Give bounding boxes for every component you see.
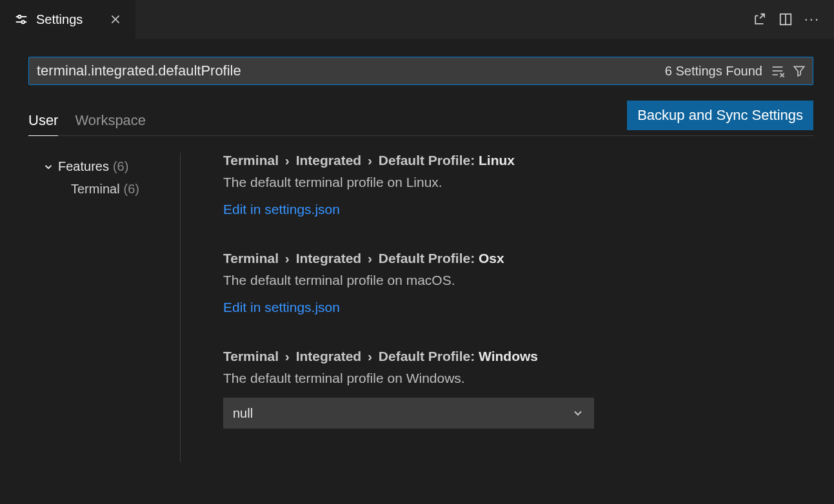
svg-point-2 bbox=[18, 15, 21, 18]
settings-list[interactable]: Terminal › Integrated › Default Profile:… bbox=[181, 153, 813, 462]
settings-gear-icon bbox=[14, 12, 28, 26]
tree-item-count: (6) bbox=[113, 159, 128, 174]
settings-content: Features (6) Terminal (6) Terminal › Int… bbox=[28, 153, 813, 462]
settings-scope-tabs: User Workspace bbox=[28, 112, 146, 135]
scope-tab-workspace[interactable]: Workspace bbox=[75, 112, 146, 135]
chevron-down-icon bbox=[571, 407, 584, 420]
edit-in-settings-json-link[interactable]: Edit in settings.json bbox=[223, 300, 340, 315]
tree-item-count: (6) bbox=[124, 182, 139, 197]
settings-results-count: 6 Settings Found bbox=[665, 64, 762, 79]
settings-search-input[interactable] bbox=[34, 63, 659, 79]
chevron-down-icon bbox=[43, 161, 54, 173]
tree-item-terminal[interactable]: Terminal (6) bbox=[43, 178, 180, 200]
settings-body: 6 Settings Found User Workspace Backup a… bbox=[0, 39, 834, 462]
tabbar-actions: ··· bbox=[753, 0, 834, 39]
settings-scope-row: User Workspace Backup and Sync Settings bbox=[28, 101, 813, 136]
setting-default-profile-linux: Terminal › Integrated › Default Profile:… bbox=[223, 153, 807, 217]
tree-item-label: Features bbox=[58, 159, 109, 174]
backup-sync-button[interactable]: Backup and Sync Settings bbox=[627, 101, 813, 130]
select-value: null bbox=[233, 406, 253, 421]
setting-title: Terminal › Integrated › Default Profile:… bbox=[223, 153, 807, 168]
edit-in-settings-json-link[interactable]: Edit in settings.json bbox=[223, 202, 340, 217]
setting-title: Terminal › Integrated › Default Profile:… bbox=[223, 251, 807, 266]
split-editor-icon[interactable] bbox=[779, 12, 793, 26]
settings-tree: Features (6) Terminal (6) bbox=[28, 153, 181, 462]
tab-title: Settings bbox=[36, 12, 83, 27]
close-icon[interactable] bbox=[110, 14, 121, 25]
tab-settings[interactable]: Settings bbox=[0, 0, 135, 39]
editor-tabbar: Settings ··· bbox=[0, 0, 834, 39]
setting-description: The default terminal profile on Linux. bbox=[223, 175, 807, 190]
setting-description: The default terminal profile on Windows. bbox=[223, 371, 807, 386]
svg-point-3 bbox=[22, 21, 25, 23]
filter-icon[interactable] bbox=[792, 64, 806, 78]
setting-default-profile-windows: Terminal › Integrated › Default Profile:… bbox=[223, 349, 807, 429]
tabbar-left: Settings bbox=[0, 0, 135, 39]
setting-default-profile-osx: Terminal › Integrated › Default Profile:… bbox=[223, 251, 807, 315]
setting-title: Terminal › Integrated › Default Profile:… bbox=[223, 349, 807, 364]
tree-item-label: Terminal bbox=[71, 182, 120, 197]
scope-tab-user[interactable]: User bbox=[28, 112, 58, 136]
open-changes-icon[interactable] bbox=[753, 12, 767, 26]
settings-search-row: 6 Settings Found bbox=[28, 57, 813, 85]
default-profile-windows-select[interactable]: null bbox=[223, 398, 594, 429]
more-actions-icon[interactable]: ··· bbox=[804, 12, 820, 26]
tree-item-features[interactable]: Features (6) bbox=[43, 155, 180, 178]
setting-description: The default terminal profile on macOS. bbox=[223, 273, 807, 288]
clear-search-icon[interactable] bbox=[770, 63, 786, 79]
